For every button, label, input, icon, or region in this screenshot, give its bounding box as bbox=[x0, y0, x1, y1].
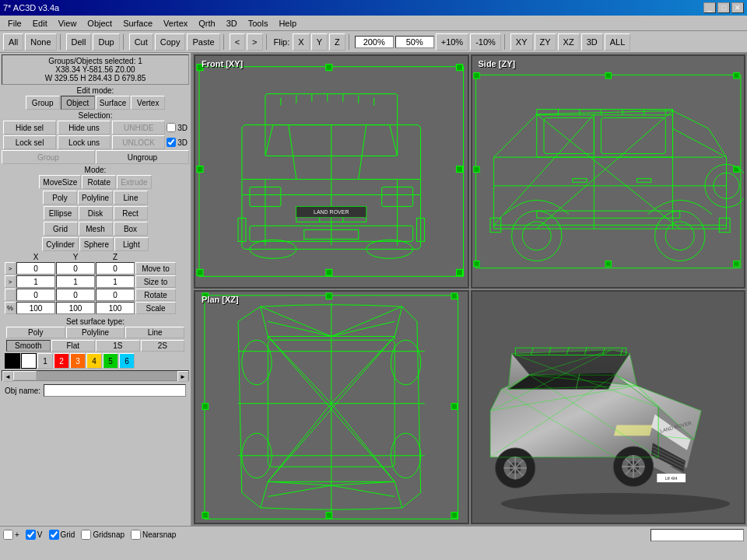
scale-x[interactable] bbox=[16, 302, 55, 314]
toolbar-copy-button[interactable]: Copy bbox=[155, 33, 186, 51]
menu-surface[interactable]: Surface bbox=[118, 17, 157, 30]
sizeto-arrow[interactable]: > bbox=[5, 275, 16, 288]
scale-z[interactable] bbox=[96, 302, 135, 314]
zoom-50[interactable]: 50% bbox=[395, 36, 434, 48]
check-grid[interactable] bbox=[49, 530, 59, 540]
sphere-button[interactable]: Sphere bbox=[79, 237, 114, 251]
rect-button[interactable]: Rect bbox=[114, 206, 148, 220]
minimize-button[interactable]: _ bbox=[703, 2, 716, 13]
scroll-track[interactable] bbox=[13, 371, 177, 380]
toolbar-cut-button[interactable]: Cut bbox=[129, 33, 153, 51]
moveto-z[interactable] bbox=[96, 262, 135, 275]
2s-button[interactable]: 2S bbox=[141, 340, 185, 352]
color-6[interactable]: 6 bbox=[119, 353, 135, 369]
menu-file[interactable]: File bbox=[3, 17, 26, 30]
extrude-button[interactable]: Extrude bbox=[117, 175, 151, 189]
smooth-button[interactable]: Smooth bbox=[6, 340, 51, 352]
moveto-x[interactable] bbox=[16, 262, 55, 275]
view-xy-button[interactable]: XY bbox=[510, 33, 533, 51]
zoom-200[interactable]: 200% bbox=[355, 36, 394, 48]
mesh-button[interactable]: Mesh bbox=[79, 222, 113, 236]
moveto-button[interactable]: Move to bbox=[135, 262, 176, 275]
zoom-minus-button[interactable]: -10% bbox=[470, 33, 501, 51]
color-4[interactable]: 4 bbox=[86, 353, 102, 369]
menu-help[interactable]: Help bbox=[274, 17, 301, 30]
surf-poly-button[interactable]: Poly bbox=[6, 327, 65, 338]
lock-uns-button[interactable]: Lock uns bbox=[58, 135, 110, 149]
edit-surface-button[interactable]: Surface bbox=[96, 96, 130, 110]
1s-button[interactable]: 1S bbox=[96, 340, 140, 352]
disk-button[interactable]: Disk bbox=[79, 206, 113, 220]
cylinder-button[interactable]: Cylinder bbox=[42, 237, 79, 251]
scroll-left-arrow[interactable]: ◄ bbox=[2, 371, 13, 382]
sizeto-y[interactable] bbox=[56, 275, 95, 288]
viewport-side[interactable]: Side [ZY] bbox=[471, 54, 746, 289]
view-xz-button[interactable]: XZ bbox=[558, 33, 580, 51]
viewport-front[interactable]: Front [XY] bbox=[194, 54, 469, 289]
menu-object[interactable]: Object bbox=[82, 17, 117, 30]
menu-view[interactable]: View bbox=[54, 17, 82, 30]
toolbar-all-button[interactable]: All bbox=[3, 33, 23, 51]
edit-object-button[interactable]: Object bbox=[61, 96, 95, 110]
edit-group-button[interactable]: Group bbox=[26, 96, 60, 110]
viewport-3d[interactable]: LR 4X4 LAND ROVER bbox=[471, 290, 746, 524]
hide-uns-button[interactable]: Hide uns bbox=[58, 121, 110, 135]
light-button[interactable]: Light bbox=[114, 237, 149, 251]
window-controls[interactable]: _ □ ✕ bbox=[703, 2, 744, 13]
check-nearsnap[interactable] bbox=[131, 530, 141, 540]
color-1[interactable]: 1 bbox=[37, 353, 53, 369]
color-black-swatch[interactable] bbox=[5, 353, 20, 369]
unlock-button[interactable]: UNLOCK bbox=[112, 135, 165, 149]
rotate-y[interactable] bbox=[56, 289, 95, 301]
toolbar-dup-button[interactable]: Dup bbox=[93, 33, 119, 51]
color-white-swatch[interactable] bbox=[21, 353, 37, 369]
color-3[interactable]: 3 bbox=[70, 353, 86, 369]
line-button[interactable]: Line bbox=[114, 191, 148, 205]
sizeto-button[interactable]: Size to bbox=[135, 275, 176, 288]
scale-y[interactable] bbox=[56, 302, 95, 314]
menu-qrth[interactable]: Qrth bbox=[194, 17, 219, 30]
check-1[interactable] bbox=[3, 530, 13, 540]
flip-y-button[interactable]: Y bbox=[311, 33, 328, 51]
obj-name-input[interactable] bbox=[44, 384, 186, 397]
view-all-button[interactable]: ALL bbox=[605, 33, 631, 51]
moveto-arrow[interactable]: > bbox=[5, 262, 16, 275]
menu-tools[interactable]: Tools bbox=[244, 17, 273, 30]
scale-button[interactable]: Scale bbox=[135, 302, 176, 314]
polyline-button[interactable]: Polyline bbox=[78, 191, 113, 205]
unhide-button[interactable]: UNHIDE bbox=[112, 121, 165, 135]
close-button[interactable]: ✕ bbox=[731, 2, 744, 13]
sizeto-x[interactable] bbox=[16, 275, 55, 288]
color-2[interactable]: 2 bbox=[54, 353, 69, 369]
check-v[interactable] bbox=[26, 530, 36, 540]
toolbar-dell-button[interactable]: Dell bbox=[66, 33, 92, 51]
group-button[interactable]: Group bbox=[2, 150, 95, 164]
lock-sel-button[interactable]: Lock sel bbox=[3, 135, 56, 149]
viewport-plan[interactable]: Plan [XZ] bbox=[194, 290, 469, 524]
moveto-y[interactable] bbox=[56, 262, 95, 275]
lock-3d-checkbox[interactable] bbox=[167, 138, 176, 147]
h-scrollbar[interactable]: ◄ ► bbox=[2, 370, 189, 381]
menu-edit[interactable]: Edit bbox=[28, 17, 52, 30]
rotate-button[interactable]: Rotate bbox=[82, 175, 116, 189]
hide-sel-button[interactable]: Hide sel bbox=[3, 121, 56, 135]
rotate-x[interactable] bbox=[16, 289, 55, 301]
scroll-right-arrow[interactable]: ► bbox=[177, 371, 188, 382]
movesize-button[interactable]: MoveSize bbox=[39, 175, 81, 189]
rotate-z[interactable] bbox=[96, 289, 135, 301]
flat-button[interactable]: Flat bbox=[51, 340, 96, 352]
poly-button[interactable]: Poly bbox=[43, 191, 77, 205]
rotate-action-button[interactable]: Rotate bbox=[135, 289, 176, 301]
scroll-thumb[interactable] bbox=[13, 371, 37, 380]
check-gridsnap[interactable] bbox=[81, 530, 91, 540]
surf-line-button[interactable]: Line bbox=[125, 327, 184, 338]
toolbar-none-button[interactable]: None bbox=[25, 33, 56, 51]
flip-z-button[interactable]: Z bbox=[329, 33, 345, 51]
view-zy-button[interactable]: ZY bbox=[535, 33, 556, 51]
surf-polyline-button[interactable]: Polyline bbox=[66, 327, 125, 338]
color-5[interactable]: 5 bbox=[103, 353, 118, 369]
flip-x-button[interactable]: X bbox=[293, 33, 309, 51]
grid-button[interactable]: Grid bbox=[44, 222, 78, 236]
sizeto-z[interactable] bbox=[96, 275, 135, 288]
edit-vertex-button[interactable]: Vertex bbox=[131, 96, 165, 110]
